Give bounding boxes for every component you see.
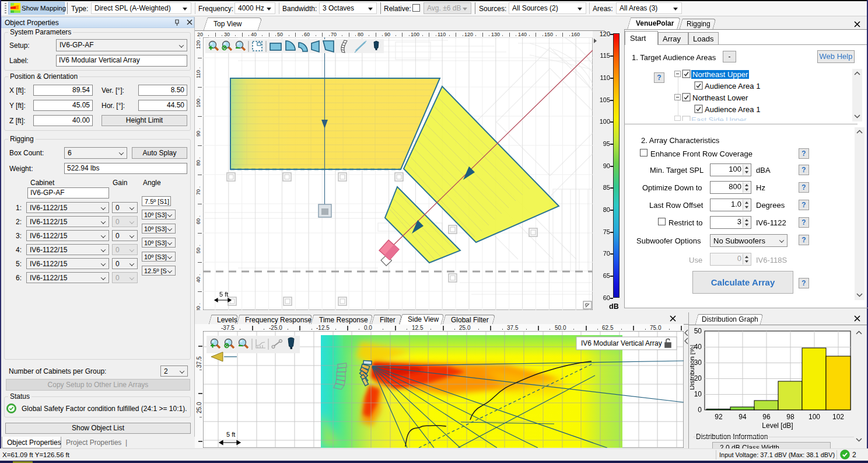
svg-text:98: 98: [786, 413, 794, 421]
svg-text:Level [dB]: Level [dB]: [762, 422, 793, 430]
svg-text:IV6 Modular Vertical Array: IV6 Modular Vertical Array: [581, 339, 662, 347]
svg-text:102: 102: [832, 413, 844, 421]
svg-text:92: 92: [715, 413, 723, 421]
svg-text:0: 0: [698, 406, 702, 414]
svg-text:5 ft: 5 ft: [226, 431, 235, 438]
svg-text:96: 96: [762, 413, 771, 421]
svg-text:5 ft: 5 ft: [219, 291, 228, 298]
svg-text:50: 50: [694, 327, 702, 335]
svg-text:94: 94: [738, 413, 747, 421]
svg-text:Distribution [%]: Distribution [%]: [690, 345, 695, 390]
svg-text:10: 10: [694, 390, 702, 398]
svg-text:100: 100: [808, 413, 820, 421]
